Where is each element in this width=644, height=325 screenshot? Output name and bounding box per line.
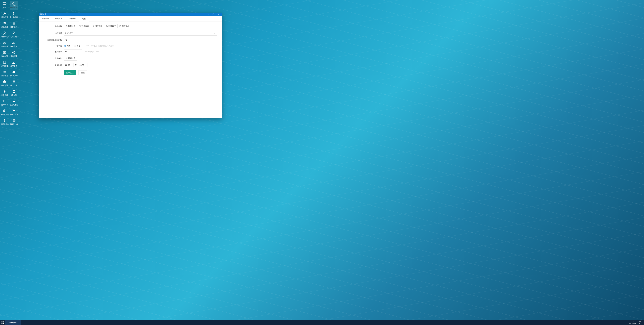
desktop-item-20[interactable]: 提币列表 <box>1 98 9 108</box>
desktop-item-label: 基础设置 <box>1 16 8 18</box>
desktop-item-2[interactable]: 基础设置 <box>1 10 9 20</box>
svg-rect-0 <box>3 2 6 4</box>
profit-prob-hint: % 不能超过100% <box>85 50 99 53</box>
desktop-item-17[interactable]: 锁仓订单 <box>10 78 18 88</box>
card-icon <box>3 99 6 103</box>
desktop-item-25[interactable]: 币赢宝订单 <box>10 118 18 127</box>
svg-rect-7 <box>3 52 6 54</box>
desktop-item-14[interactable]: 日志信息 <box>1 69 9 78</box>
desktop-item-16[interactable]: 商家管理 <box>1 78 9 88</box>
window-buttons <box>206 12 221 16</box>
risk-param-btn-1[interactable]: 数量设置 <box>77 24 91 28</box>
clock-icon <box>66 25 68 27</box>
rule-settings-button[interactable]: 规则设置 <box>64 56 77 60</box>
minimize-button[interactable] <box>206 12 211 16</box>
grad-icon <box>3 22 6 25</box>
desktop-item-13[interactable]: 充币申请 <box>10 59 18 68</box>
risk-param-btn-4[interactable]: 期权交易 <box>118 24 131 28</box>
desktop-item-label: 角色管理 <box>1 26 8 28</box>
desktop-item-label: 用户风险率 <box>10 16 18 18</box>
pre-seconds-input[interactable] <box>64 38 217 42</box>
risk-param-btn-3[interactable]: 币种风控 <box>104 24 118 28</box>
tab-1[interactable]: 基础设置 <box>52 16 66 21</box>
desktop-item-label: 后台管理员 <box>0 36 9 38</box>
desktop-item-23[interactable]: 币赢宝配置 <box>10 108 18 117</box>
notification-button[interactable] <box>638 321 642 324</box>
profit-prob-input[interactable] <box>64 50 82 54</box>
person-icon <box>92 25 94 27</box>
desktop-item-6[interactable]: 后台管理员 <box>1 30 9 39</box>
desktop-item-label: 链上充币记 <box>10 104 18 106</box>
user-icon <box>3 31 6 35</box>
svg-point-5 <box>13 42 14 43</box>
submit-button[interactable]: 立即提交 <box>64 70 76 75</box>
desktop-item-8[interactable]: 用户管理 <box>1 40 9 49</box>
desktop-item-label: 期权交易 <box>10 45 17 48</box>
desktop-item-5[interactable]: 杠杆交易 <box>10 20 18 30</box>
cover-from-input[interactable] <box>64 63 74 67</box>
desktop-item-24[interactable]: 法币交易信 <box>1 118 9 127</box>
window-titlebar[interactable]: 基础设置 <box>38 12 222 16</box>
desktop-item-10[interactable]: 实名认证 <box>1 49 9 59</box>
cover-time-label: 受保时间 <box>38 64 64 66</box>
maximize-button[interactable] <box>211 12 216 16</box>
desktop-item-21[interactable]: 链上充币记 <box>10 98 18 108</box>
desktop-item-1[interactable]: 投诉建议 <box>10 1 18 10</box>
news-icon <box>3 60 6 64</box>
deposit-icon <box>12 60 16 64</box>
taskbar-task[interactable]: 基础设置 <box>5 320 21 325</box>
desktop-item-label: 法币交易信 <box>0 123 9 126</box>
reset-button[interactable]: 重置 <box>78 70 87 75</box>
list-icon <box>12 99 16 103</box>
desktop-item-label: 充币申请 <box>10 65 17 67</box>
wallet-icon <box>12 51 16 54</box>
desktop-item-label: 钱包管理 <box>10 55 17 58</box>
desktop-item-18[interactable]: 币种管理 <box>1 88 9 98</box>
prob-ctrl-radio-1[interactable]: 开启 <box>74 45 80 47</box>
desktop-item-0[interactable]: 主题 <box>1 1 9 10</box>
users-icon <box>3 41 6 45</box>
desktop-item-label: 币种管理 <box>1 94 8 96</box>
desktop-item-label: 杠杆交易 <box>10 26 17 28</box>
dollar-icon <box>12 12 16 16</box>
svg-point-3 <box>4 42 5 43</box>
window-title: 基础设置 <box>40 13 206 16</box>
cover-time-sep: 至 <box>75 64 77 66</box>
system-tray: 22:22 2022-6-21 <box>628 320 644 325</box>
phone-icon <box>12 2 16 6</box>
desktop-item-19[interactable]: IEO认购 <box>10 88 18 98</box>
desktop-item-label: 锁仓订单 <box>10 84 17 86</box>
desktop-item-15[interactable]: 币币交易记 <box>10 69 18 78</box>
svg-rect-22 <box>2 323 2 324</box>
risk-param-btn-0[interactable]: 秒数设置 <box>64 24 77 28</box>
svg-point-16 <box>93 26 94 26</box>
desktop-item-label: 主题 <box>3 6 6 9</box>
close-button[interactable] <box>216 12 221 16</box>
prob-ctrl-hint: 作为一种补充,不受风控总开关影响 <box>86 45 114 47</box>
tab-2[interactable]: 杠杆设置 <box>66 16 79 21</box>
pre-seconds-label: 风控提前影响秒数 <box>38 39 64 42</box>
start-button[interactable] <box>0 320 5 325</box>
taskbar-clock[interactable]: 22:22 2022-6-21 <box>629 321 636 324</box>
cover-to-input[interactable] <box>78 63 88 67</box>
tab-3[interactable]: 期权 <box>79 16 89 22</box>
svg-rect-21 <box>3 322 4 322</box>
desktop-item-7[interactable]: 会员关系图 <box>10 30 18 39</box>
prob-ctrl-radio-0[interactable]: 关闭 <box>64 45 70 47</box>
desktop-item-22[interactable]: 法币交易需 <box>1 108 9 117</box>
main-tabs: 通知设置基础设置杠杆设置期权 <box>38 16 222 22</box>
svg-point-2 <box>13 32 14 33</box>
desktop-item-12[interactable]: 新闻管理 <box>1 59 9 68</box>
desktop-item-3[interactable]: 用户风险率 <box>10 10 18 20</box>
desktop-item-11[interactable]: 钱包管理 <box>10 49 18 59</box>
risk-type-select[interactable]: 用户点控 <box>64 31 217 36</box>
info-icon <box>79 25 81 27</box>
desktop-item-label: 新闻管理 <box>1 65 8 67</box>
desktop-item-4[interactable]: 角色管理 <box>1 20 9 30</box>
desktop-item-9[interactable]: 期权交易 <box>10 40 18 49</box>
prob-ctrl-radios: 关闭开启作为一种补充,不受风控总开关影响 <box>64 45 217 47</box>
taskbar: 基础设置 22:22 2022-6-21 <box>0 320 644 325</box>
risk-param-btn-2[interactable]: 用户管理 <box>90 24 104 28</box>
tab-0[interactable]: 通知设置 <box>38 16 52 21</box>
usersplus-icon <box>12 41 16 45</box>
